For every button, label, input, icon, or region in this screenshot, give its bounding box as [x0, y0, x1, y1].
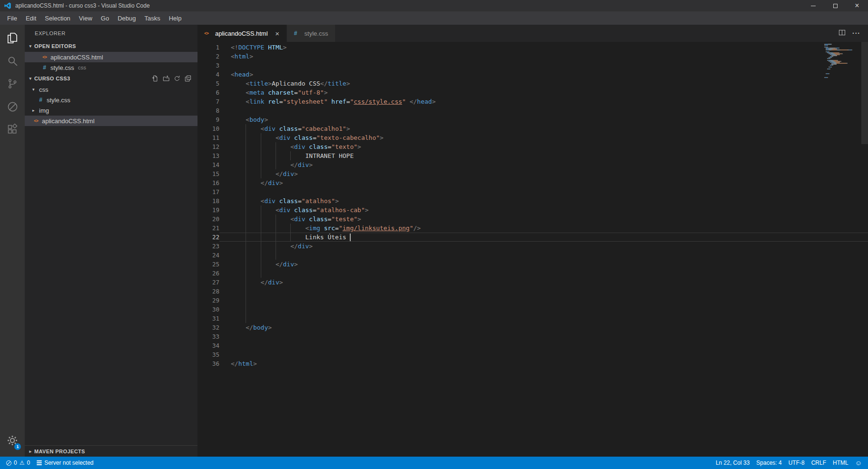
activity-extensions-icon[interactable]: [0, 118, 25, 141]
line-number[interactable]: 35: [197, 350, 219, 359]
refresh-icon[interactable]: [173, 75, 181, 82]
minimize-button[interactable]: [802, 0, 824, 11]
code-line-24[interactable]: 24: [197, 251, 868, 260]
menu-debug[interactable]: Debug: [113, 11, 140, 25]
line-number[interactable]: 14: [197, 160, 219, 169]
line-number[interactable]: 13: [197, 151, 219, 160]
line-number[interactable]: 26: [197, 269, 219, 278]
section-open-editors[interactable]: ▾ OPEN EDITORS: [25, 40, 197, 52]
more-actions-icon[interactable]: ···: [852, 29, 860, 37]
open-editor-item[interactable]: <>aplicandoCSS.html: [25, 52, 197, 62]
code-line-26[interactable]: 26: [197, 269, 868, 278]
line-number[interactable]: 19: [197, 205, 219, 215]
indentation-status[interactable]: Spaces: 4: [753, 457, 785, 469]
code-line-29[interactable]: 29: [197, 296, 868, 305]
feedback-smiley-icon[interactable]: ☺: [852, 457, 865, 469]
code-line-23[interactable]: 23</div>: [197, 242, 868, 251]
menu-view[interactable]: View: [75, 11, 97, 25]
activity-search-icon[interactable]: [0, 49, 25, 72]
code-line-3[interactable]: 3: [197, 61, 868, 70]
file-tree-item[interactable]: <>aplicandoCSS.html: [25, 116, 197, 126]
line-number[interactable]: 31: [197, 314, 219, 323]
menu-edit[interactable]: Edit: [21, 11, 40, 25]
line-number[interactable]: 23: [197, 242, 219, 251]
line-number[interactable]: 24: [197, 251, 219, 260]
line-number[interactable]: 6: [197, 88, 219, 97]
line-number[interactable]: 21: [197, 224, 219, 233]
code-line-36[interactable]: 36</html>: [197, 359, 868, 368]
code-line-16[interactable]: 16</div>: [197, 178, 868, 187]
code-line-2[interactable]: 2<html>: [197, 52, 868, 61]
line-number[interactable]: 34: [197, 341, 219, 350]
open-editor-item[interactable]: #style.csscss: [25, 62, 197, 73]
code-line-28[interactable]: 28: [197, 287, 868, 296]
line-number[interactable]: 11: [197, 133, 219, 142]
code-line-5[interactable]: 5<title>Aplicando CSS</title>: [197, 79, 868, 88]
code-line-4[interactable]: 4<head>: [197, 70, 868, 79]
line-number[interactable]: 30: [197, 305, 219, 314]
code-editor[interactable]: 1<!DOCTYPE HTML>2<html>34<head>5<title>A…: [197, 42, 868, 457]
activity-source-control-icon[interactable]: [0, 72, 25, 95]
code-line-13[interactable]: 13INTRANET HOPE: [197, 151, 868, 160]
close-window-button[interactable]: ×: [846, 0, 868, 11]
menu-tasks[interactable]: Tasks: [140, 11, 164, 25]
line-number[interactable]: 8: [197, 106, 219, 115]
settings-gear-icon[interactable]: 1: [0, 429, 25, 452]
line-number[interactable]: 16: [197, 178, 219, 187]
code-line-33[interactable]: 33: [197, 332, 868, 341]
code-line-11[interactable]: 11<div class="texto-cabecalho">: [197, 133, 868, 142]
problems-status[interactable]: 0 ⚠ 0: [3, 457, 33, 469]
code-line-10[interactable]: 10<div class="cabecalho1">: [197, 124, 868, 133]
code-line-18[interactable]: 18<div class="atalhos">: [197, 196, 868, 205]
code-line-19[interactable]: 19<div class="atalhos-cab">: [197, 205, 868, 215]
line-number[interactable]: 10: [197, 124, 219, 133]
line-number[interactable]: 28: [197, 287, 219, 296]
code-line-15[interactable]: 15</div>: [197, 169, 868, 178]
folder-tree-item[interactable]: ▸img: [25, 105, 197, 116]
file-tree-item[interactable]: #style.css: [25, 95, 197, 105]
minimap[interactable]: [824, 44, 860, 78]
menu-help[interactable]: Help: [165, 11, 186, 25]
scrollbar-thumb[interactable]: [861, 42, 868, 144]
server-status[interactable]: Server not selected: [33, 457, 97, 469]
line-number[interactable]: 3: [197, 61, 219, 70]
line-number[interactable]: 7: [197, 97, 219, 106]
tab-aplicandoCSS.html[interactable]: <>aplicandoCSS.html×: [197, 25, 287, 42]
line-number[interactable]: 27: [197, 278, 219, 287]
section-curso-css3[interactable]: ▾ CURSO CSS3: [25, 73, 197, 84]
code-line-14[interactable]: 14</div>: [197, 160, 868, 169]
code-line-1[interactable]: 1<!DOCTYPE HTML>: [197, 43, 868, 52]
line-number[interactable]: 17: [197, 187, 219, 196]
line-number[interactable]: 18: [197, 196, 219, 205]
activity-debug-icon[interactable]: [0, 95, 25, 118]
code-line-34[interactable]: 34: [197, 341, 868, 350]
tab-style.css[interactable]: #style.css: [287, 25, 336, 42]
code-line-27[interactable]: 27</div>: [197, 278, 868, 287]
code-line-35[interactable]: 35: [197, 350, 868, 359]
menu-file[interactable]: File: [3, 11, 21, 25]
folder-tree-item[interactable]: ▾css: [25, 84, 197, 95]
line-number[interactable]: 2: [197, 52, 219, 61]
menu-go[interactable]: Go: [97, 11, 113, 25]
code-line-20[interactable]: 20<div class="teste">: [197, 215, 868, 224]
line-number[interactable]: 12: [197, 142, 219, 151]
close-tab-icon[interactable]: ×: [274, 29, 281, 38]
line-number[interactable]: 36: [197, 359, 219, 368]
code-line-6[interactable]: 6<meta charset="utf-8">: [197, 88, 868, 97]
code-line-31[interactable]: 31: [197, 314, 868, 323]
code-line-12[interactable]: 12<div class="texto">: [197, 142, 868, 151]
line-number[interactable]: 4: [197, 70, 219, 79]
code-line-32[interactable]: 32</body>: [197, 323, 868, 332]
code-line-21[interactable]: 21<img src="img/linksuteis.png"/>: [197, 224, 868, 233]
new-folder-icon[interactable]: [162, 75, 170, 82]
code-line-22[interactable]: 22Links Úteis: [197, 233, 868, 242]
line-number[interactable]: 20: [197, 215, 219, 224]
eol-status[interactable]: CRLF: [808, 457, 829, 469]
language-mode-status[interactable]: HTML: [829, 457, 852, 469]
activity-explorer-icon[interactable]: [0, 27, 25, 49]
code-line-8[interactable]: 8: [197, 106, 868, 115]
line-number[interactable]: 22: [197, 233, 219, 242]
new-file-icon[interactable]: [151, 75, 159, 82]
split-editor-icon[interactable]: [838, 29, 846, 38]
line-number[interactable]: 1: [197, 43, 219, 52]
